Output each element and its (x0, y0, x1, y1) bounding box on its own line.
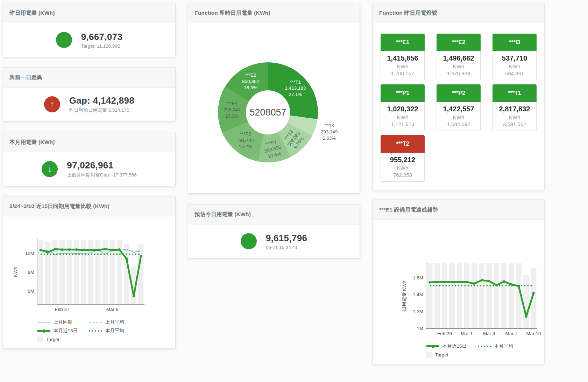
compare-chart: 6M8M10MFeb 27Mar 6KWh (3, 235, 175, 316)
panel-body: 9,615,796 06-21 15:34:41 (188, 224, 360, 258)
target-swatch-icon (426, 352, 432, 358)
panel-title[interactable]: Function 即時日用電量 (KWh) (194, 9, 270, 17)
panel-title[interactable]: Function 昨日用電燈號 (379, 9, 437, 17)
stat-subtext: Target: 11,128,992 (81, 43, 122, 49)
legend-label: 本月平均 (105, 328, 124, 334)
panel-body: ***E11,415,856KWh1,700,157***E21,496,662… (373, 23, 544, 190)
compare-chart-legend: 上月同期上月平均本月近15日本月平均Target (37, 319, 153, 345)
series-point (111, 249, 114, 251)
donut-label-line: 798,241 (224, 107, 241, 113)
panel-header: 本月用電量 (KWh) (3, 132, 175, 152)
series-point (68, 248, 71, 251)
light-tile-header: ***E2 (437, 34, 481, 51)
light-tile-target: 1,121,613 (382, 121, 424, 127)
light-tile-header: ***T2 (381, 135, 425, 153)
series-point (75, 248, 78, 251)
x-tick-label: Mar 1 (461, 331, 473, 336)
trend-chart-area: 1M1.2M1.4M1.6MFeb 26Mar 1Mar 4Mar 7Mar 1… (373, 259, 544, 360)
panel-body: 9,667,073 Target: 11,128,992 (3, 23, 175, 57)
donut-slice-label: ***T11,413,18327.1% (285, 79, 306, 98)
light-tile: ***E11,415,856KWh1,700,157 (381, 34, 425, 80)
swatch-dot (42, 329, 45, 333)
target-bar (509, 263, 514, 328)
light-tile-body: 1,496,662KWh1,675,939 (437, 51, 481, 80)
donut-label-line: 15.2% (237, 144, 254, 150)
light-tile-value: 2,817,832 (494, 105, 536, 113)
light-tile-unit: KWh (382, 114, 424, 120)
series-point (503, 280, 505, 283)
legend-label: Target (46, 337, 59, 342)
light-tile: ***T2955,212KWh762,358 (381, 135, 425, 182)
series-point (488, 280, 490, 282)
panel-title[interactable]: ***E1 設備用電達成趨勢 (379, 206, 438, 214)
series-point (481, 279, 483, 282)
legend-item-上月同期[interactable]: 上月同期 (37, 319, 89, 325)
panel-title[interactable]: 昨日用電量 (KWh) (9, 9, 55, 17)
panel-estimate-today: 預估今日用電量 (KWh) 9,615,796 06-21 15:34:41 (188, 204, 360, 258)
series-point (451, 281, 453, 283)
series-point (40, 249, 42, 251)
donut-label-line: 5.63% (321, 135, 338, 141)
panel-body: 1M1.2M1.4M1.6MFeb 26Mar 1Mar 4Mar 7Mar 1… (373, 220, 544, 364)
legend-item-Target[interactable]: Target (426, 352, 478, 358)
donut-center-total: 5208057 (249, 107, 286, 118)
series-point (436, 281, 438, 283)
panel-title[interactable]: 本月用電量 (KWh) (9, 139, 55, 146)
stat-subtext: 昨日與前日用電量 5,524,175 (69, 107, 134, 113)
series-point (83, 249, 85, 251)
series-point (133, 295, 135, 298)
panel-yesterday-lights: Function 昨日用電燈號 ***E11,415,856KWh1,700,1… (373, 3, 545, 190)
target-bar (434, 263, 440, 328)
y-tick-label: 1.6M (413, 275, 423, 280)
down-arrow-icon: ↓ (48, 164, 52, 173)
legend-label: 本月平均 (494, 343, 513, 349)
light-tile-body: 1,422,557KWh1,684,092 (437, 102, 481, 131)
status-circle-icon (241, 233, 257, 249)
up-arrow-icon: ↑ (50, 99, 54, 109)
target-bar (442, 263, 447, 328)
donut-label-line: 15.3% (224, 113, 241, 119)
legend-label: 本月近15日 (54, 328, 78, 334)
panel-title[interactable]: 2/24~3/10 近15日同期用電量比較 (KWh) (9, 203, 109, 210)
x-tick-label: Feb 26 (437, 331, 452, 336)
series-swatch-icon (37, 322, 50, 322)
y-tick-label: 6M (28, 289, 34, 294)
y-axis-title: KWh (13, 266, 18, 277)
donut-label-line: 16.3% (242, 85, 259, 91)
donut-chart: 5208057 ***T11,413,18327.1%***I3293,1495… (218, 62, 318, 162)
legend-item-本月近15日[interactable]: 本月近15日 (426, 343, 478, 349)
panel-title[interactable]: 預估今日用電量 (KWh) (194, 211, 251, 218)
panel-title[interactable]: 與前一日差異 (9, 74, 42, 81)
legend-item-本月近15日[interactable]: 本月近15日 (37, 328, 89, 334)
donut-label-line: 1,413,183 (285, 85, 306, 92)
x-tick-label: Mar 6 (106, 307, 119, 312)
light-tile: ***E21,496,662KWh1,675,939 (437, 34, 481, 80)
y-tick-label: 8M (28, 270, 34, 275)
target-bar (464, 263, 470, 328)
stat-text: Gap: 4,142,898 昨日與前日用電量 5,524,175 (69, 95, 134, 113)
panel-header: 昨日用電量 (KWh) (3, 3, 175, 23)
light-tile-target: 1,700,157 (382, 70, 424, 76)
x-tick-label: Mar 7 (505, 331, 518, 336)
stat-text: 97,026,961 上個月同期用電Gap: -17,377,566 (67, 160, 137, 178)
target-bar (427, 263, 433, 328)
light-tile-unit: KWh (382, 63, 424, 69)
series-point (97, 249, 99, 251)
light-tile-header: ***E1 (381, 34, 425, 51)
series-point (125, 258, 128, 260)
legend-item-本月平均[interactable]: 本月平均 (478, 343, 530, 349)
donut-slice-label: ***I3293,1495.63% (321, 123, 338, 141)
light-tile: ***T12,817,832KWh3,591,562 (493, 84, 537, 131)
series-swatch-icon (478, 346, 491, 347)
target-swatch-icon (37, 336, 43, 342)
legend-item-本月平均[interactable]: 本月平均 (89, 328, 141, 334)
panel-header: ***E1 設備用電達成趨勢 (373, 200, 544, 220)
light-tile-unit: KWh (438, 114, 480, 120)
light-tile-target: 1,684,092 (438, 121, 480, 127)
legend-item-Target[interactable]: Target (37, 336, 89, 342)
legend-item-上月平均[interactable]: 上月平均 (89, 319, 141, 325)
stat-row: 9,667,073 Target: 11,128,992 (3, 23, 175, 57)
x-tick-label: Feb 27 (55, 307, 70, 312)
light-tile-grid: ***E11,415,856KWh1,700,157***E21,496,662… (373, 23, 544, 182)
legend-label: 上月平均 (105, 319, 124, 325)
